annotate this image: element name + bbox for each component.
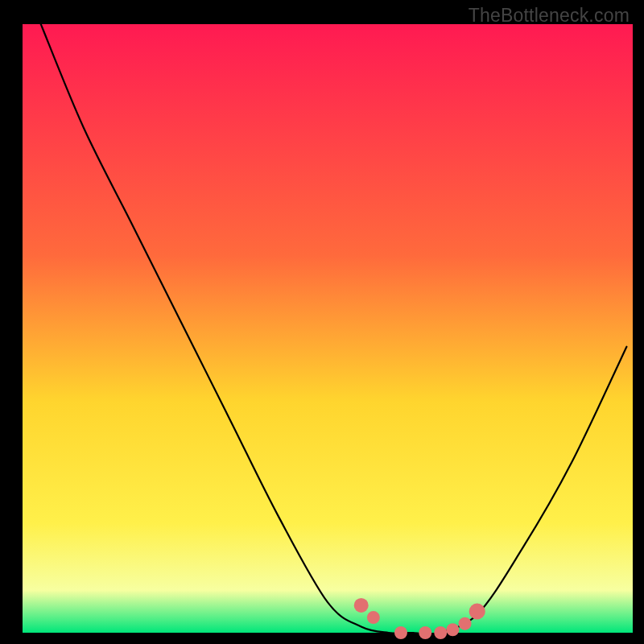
- watermark-text: TheBottleneck.com: [469, 5, 630, 27]
- marker-dot: [469, 604, 485, 620]
- marker-dot: [354, 598, 369, 613]
- marker-dot: [434, 626, 447, 639]
- chart-frame: TheBottleneck.com: [0, 0, 644, 644]
- plot-background: [23, 24, 633, 633]
- marker-dot: [459, 617, 472, 630]
- marker-dot: [367, 611, 380, 624]
- bottleneck-curve-chart: [0, 0, 644, 644]
- marker-dot: [446, 623, 459, 636]
- marker-dot: [394, 626, 407, 639]
- marker-dot: [419, 626, 431, 639]
